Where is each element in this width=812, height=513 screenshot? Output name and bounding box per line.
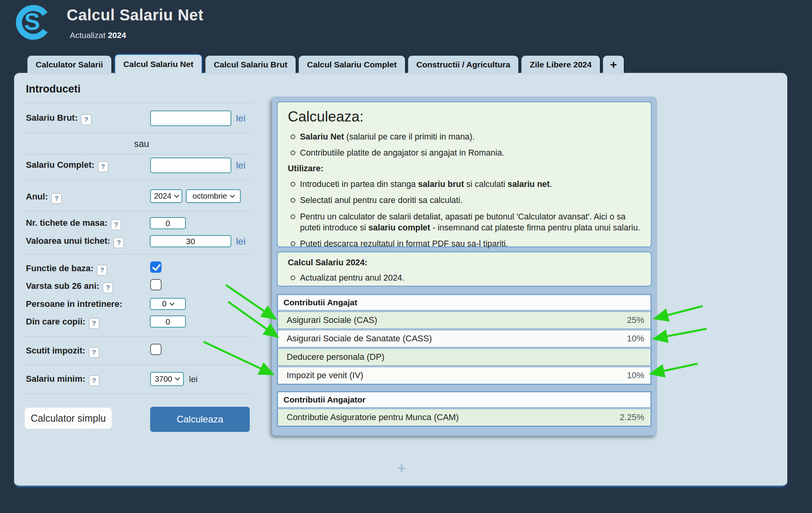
subtitle-prefix: Actualizat — [70, 31, 105, 40]
scutit-checkbox[interactable] — [150, 344, 162, 355]
divider — [24, 180, 253, 181]
site-logo-icon: S — [13, 2, 53, 42]
main-panel: Introduceti Salariu Brut:? lei sau Salar… — [14, 73, 787, 487]
functie-baza-label: Functie de baza:? — [26, 263, 107, 276]
tab-zile-libere[interactable]: Zile Libere 2024 — [521, 56, 600, 74]
table-row-dp: Deducere personala (DP) — [278, 348, 651, 366]
cas-percent: 25% — [627, 312, 644, 328]
divider — [24, 336, 253, 337]
divider — [24, 103, 253, 103]
tab-add[interactable]: + — [603, 56, 624, 74]
month-select[interactable]: octombrie — [186, 189, 241, 203]
copii-label: Din care copii:? — [26, 317, 99, 329]
page: S Calcul Salariu Net Actualizat 2024 Cal… — [0, 0, 812, 513]
chevron-down-icon — [169, 301, 174, 306]
persoane-label: Persoane in intretinere: — [26, 299, 122, 309]
salariu-brut-input[interactable] — [150, 111, 231, 126]
year-box-heading: Calcul Salariu 2024: — [288, 258, 641, 268]
divider — [24, 254, 253, 254]
contributii-angajator-table: Contributii Angajator Contributie Asigur… — [277, 391, 652, 427]
page-subtitle: Actualizat 2024 — [70, 31, 126, 40]
form-heading: Introduceti — [26, 83, 81, 95]
divider — [24, 393, 253, 394]
help-icon[interactable]: ? — [103, 283, 113, 293]
table-row-iv: Impozit pe venit (IV) 10% — [278, 367, 651, 384]
help-icon[interactable]: ? — [89, 375, 99, 386]
valoare-tichet-unit: lei — [236, 236, 245, 247]
valoare-tichet-label: Valoarea unui tichet:? — [26, 236, 124, 248]
contributii-angajat-table: Contributii Angajat Asigurari Sociale (C… — [277, 294, 652, 385]
cass-percent: 10% — [627, 330, 644, 347]
copii-input[interactable] — [150, 315, 186, 328]
calculator-simplu-button[interactable]: Calculator simplu — [25, 408, 112, 429]
help-icon[interactable]: ? — [81, 114, 91, 125]
table-header: Contributii Angajator — [278, 392, 651, 408]
table-header: Contributii Angajat — [278, 295, 651, 310]
salariu-minim-unit: lei — [189, 374, 198, 384]
info-panel: Calculeaza: Salariu Net (salariul pe car… — [272, 97, 657, 436]
cam-percent: 2.25% — [620, 409, 644, 426]
utilizare-bullet-list: Introduceti in partea din stanga salariu… — [288, 179, 641, 250]
info-box-heading: Calculeaza: — [288, 109, 641, 125]
help-icon[interactable]: ? — [114, 237, 124, 248]
salariu-complet-unit: lei — [236, 160, 245, 171]
year-info-box: Calcul Salariu 2024: Actualizat pentru a… — [277, 252, 652, 286]
table-row-cam: Contributie Asiguratorie pentru Munca (C… — [278, 409, 651, 426]
year-select[interactable]: 2024 — [150, 189, 182, 203]
list-item: Selectati anul pentru care doriti sa cal… — [288, 195, 641, 206]
tab-bar: Calculator Salarii Calcul Salariu Net Ca… — [27, 54, 627, 74]
help-icon[interactable]: ? — [97, 265, 107, 276]
chevron-down-icon — [175, 375, 180, 381]
list-item: Pentru un calculator de salarii detaliat… — [288, 211, 641, 234]
salariu-brut-unit: lei — [236, 113, 245, 124]
divider — [24, 132, 253, 133]
salariu-brut-label: Salariu Brut:? — [26, 113, 91, 125]
varsta-checkbox[interactable] — [150, 279, 162, 290]
info-bullet-list: Salariu Net (salariul pe care il primiti… — [288, 131, 641, 159]
logo-letter: S — [24, 8, 40, 35]
salariu-minim-label: Salariu minim:? — [26, 374, 99, 386]
salariu-minim-select[interactable]: 3700 — [150, 372, 184, 386]
anul-label: Anul:? — [26, 192, 62, 204]
tab-calcul-salariu-complet[interactable]: Calcul Salariu Complet — [299, 56, 405, 74]
chevron-down-icon — [230, 193, 235, 198]
list-item: Actualizat pentru anul 2024. — [288, 272, 641, 283]
calculeaza-info-box: Calculeaza: Salariu Net (salariul pe car… — [277, 102, 652, 247]
subtitle-year: 2024 — [108, 31, 126, 40]
divider — [24, 364, 253, 365]
scutit-label: Scutit impozit:? — [26, 346, 99, 358]
tichete-label: Nr. tichete de masa:? — [26, 218, 121, 230]
salariu-complet-input[interactable] — [150, 158, 231, 173]
functie-baza-checkbox[interactable] — [150, 261, 162, 273]
calculeaza-button[interactable]: Calculeaza — [150, 407, 250, 432]
tab-constructii-agricultura[interactable]: Constructii / Agricultura — [408, 56, 519, 74]
tab-calcul-salariu-brut[interactable]: Calcul Salariu Brut — [205, 56, 296, 74]
help-icon[interactable]: ? — [51, 193, 62, 204]
list-item: Salariu Net (salariul pe care il primiti… — [288, 131, 641, 142]
tab-calculator-salarii[interactable]: Calculator Salarii — [27, 56, 111, 74]
or-text: sau — [14, 138, 269, 149]
help-icon[interactable]: ? — [89, 347, 99, 358]
divider — [24, 154, 253, 154]
table-row-cass: Asigurari Sociale de Sanatate (CASS) 10% — [278, 330, 651, 347]
list-item: Puteti descarca rezultatul in format PDF… — [288, 238, 641, 249]
chevron-down-icon — [174, 193, 179, 198]
utilizare-heading: Utilizare: — [288, 164, 641, 174]
tab-calcul-salariu-net[interactable]: Calcul Salariu Net — [114, 54, 203, 74]
plus-placeholder-icon: + — [386, 460, 417, 477]
help-icon[interactable]: ? — [89, 318, 99, 329]
divider — [24, 211, 253, 211]
page-title: Calcul Salariu Net — [67, 6, 203, 24]
list-item: Contributiile platite de angajator si an… — [288, 147, 641, 158]
help-icon[interactable]: ? — [98, 161, 108, 172]
tichete-input[interactable] — [150, 217, 186, 229]
iv-percent: 10% — [627, 367, 644, 384]
salariu-complet-label: Salariu Complet:? — [26, 160, 108, 172]
list-item: Introduceti in partea din stanga salariu… — [288, 179, 641, 190]
table-row-cas: Asigurari Sociale (CAS) 25% — [278, 312, 651, 329]
persoane-select[interactable]: 0 — [150, 298, 186, 310]
varsta-label: Varsta sub 26 ani:? — [26, 281, 113, 293]
help-icon[interactable]: ? — [111, 219, 121, 230]
valoare-tichet-input[interactable] — [150, 235, 231, 247]
